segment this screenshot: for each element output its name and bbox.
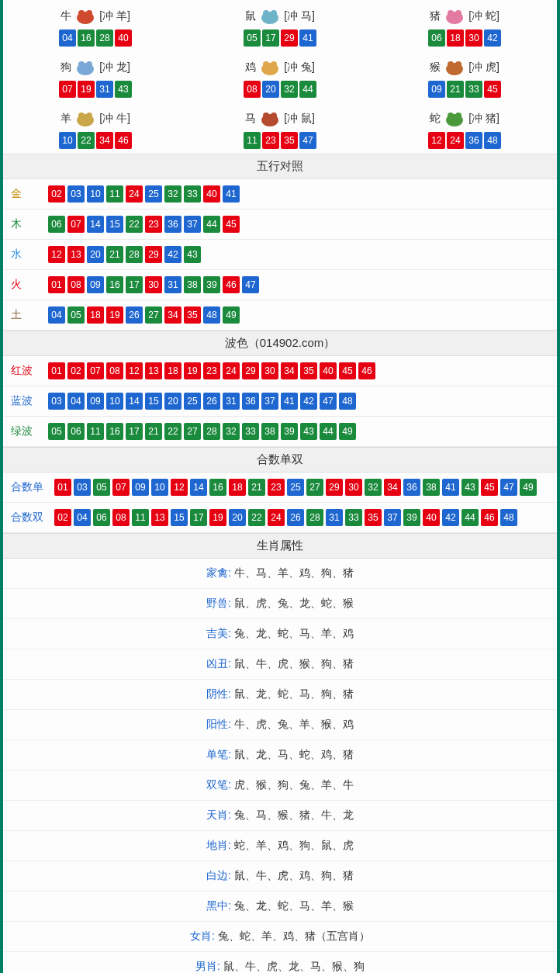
number-ball: 32 — [164, 185, 181, 203]
number-ball: 39 — [203, 276, 220, 293]
attribute-label: 阴性: — [206, 687, 231, 700]
number-ball: 19 — [209, 509, 226, 526]
zodiac-name: 猪 — [430, 9, 441, 23]
number-ball: 08 — [67, 276, 85, 293]
number-ball: 45 — [223, 216, 240, 233]
number-ball: 46 — [358, 362, 375, 379]
zodiac-header: 猴[冲 虎] — [375, 57, 554, 78]
row-label: 水 — [11, 248, 48, 261]
number-ball: 43 — [461, 479, 479, 496]
number-ball: 45 — [481, 479, 498, 496]
number-ball: 31 — [96, 81, 113, 98]
number-ball: 42 — [300, 393, 317, 410]
number-ball: 31 — [326, 509, 343, 526]
number-ball: 23 — [145, 216, 162, 233]
svg-point-10 — [78, 61, 85, 68]
number-ball: 35 — [184, 306, 201, 324]
zodiac-header: 狗[冲 龙] — [6, 57, 185, 78]
number-ball: 47 — [299, 132, 316, 149]
number-ball: 22 — [78, 132, 95, 149]
number-ball: 10 — [151, 479, 168, 496]
number-ball: 28 — [96, 29, 113, 47]
row-balls: 02031011242532334041 — [48, 185, 240, 203]
number-ball: 20 — [229, 509, 246, 526]
zodiac-chong: [冲 龙] — [99, 61, 130, 74]
number-ball: 32 — [365, 479, 382, 496]
svg-point-13 — [263, 61, 269, 68]
attribute-row: 白边:鼠、牛、虎、鸡、狗、猪 — [3, 861, 557, 892]
number-ball: 41 — [223, 185, 240, 203]
row-balls: 0204060811131517192022242628313335373940… — [54, 509, 517, 526]
number-ball: 43 — [115, 81, 132, 98]
number-ball: 06 — [67, 423, 85, 440]
attribute-value: 虎、猴、狗、兔、羊、牛 — [234, 778, 354, 791]
row-label: 木 — [11, 217, 48, 231]
zodiac-cell: 猪[冲 蛇]06183042 — [372, 0, 557, 51]
svg-point-8 — [455, 10, 461, 16]
row-label: 合数双 — [11, 511, 54, 525]
row-label: 合数单 — [11, 480, 54, 494]
zodiac-animal-icon — [258, 109, 282, 129]
number-ball: 18 — [447, 29, 464, 47]
attribute-row: 地肖:蛇、羊、鸡、狗、鼠、虎 — [3, 831, 557, 861]
number-ball: 42 — [442, 509, 459, 526]
attribute-row: 阳性:牛、虎、兔、羊、猴、鸡 — [3, 710, 557, 740]
number-ball: 44 — [320, 423, 337, 440]
row-label: 绿波 — [11, 424, 48, 438]
number-ball: 11 — [87, 423, 104, 440]
row-label: 金 — [11, 187, 48, 201]
svg-point-14 — [271, 61, 277, 68]
number-ball: 15 — [171, 509, 188, 526]
zodiac-chong: [冲 牛] — [99, 112, 130, 126]
number-ball: 47 — [320, 393, 337, 410]
number-ball: 18 — [164, 362, 181, 379]
number-ball: 12 — [428, 132, 445, 149]
attribute-value: 鼠、龙、蛇、马、狗、猪 — [234, 687, 354, 700]
attribute-row: 凶丑:鼠、牛、虎、猴、狗、猪 — [3, 649, 557, 680]
svg-point-4 — [263, 10, 269, 16]
number-ball: 19 — [106, 306, 123, 324]
number-ball: 15 — [145, 393, 162, 410]
number-ball: 10 — [59, 132, 76, 149]
zodiac-header: 鸡[冲 兔] — [191, 57, 369, 78]
number-ball: 32 — [281, 81, 298, 98]
number-ball: 25 — [145, 185, 162, 203]
number-ball: 21 — [248, 479, 265, 496]
row-label: 土 — [11, 308, 48, 322]
number-ball: 23 — [203, 362, 220, 379]
number-ball: 41 — [281, 393, 298, 410]
zodiac-name: 马 — [245, 112, 256, 126]
table-row: 水1213202128294243 — [3, 240, 557, 270]
zodiac-chong: [冲 虎] — [468, 61, 500, 74]
row-balls: 1213202128294243 — [48, 246, 201, 263]
attribute-label: 黑中: — [206, 899, 231, 912]
section-header-bose: 波色（014902.com） — [3, 331, 557, 356]
number-ball: 11 — [106, 185, 123, 203]
number-ball: 41 — [442, 479, 459, 496]
number-ball: 04 — [74, 509, 91, 526]
shuxing-table: 家禽:牛、马、羊、鸡、狗、猪野兽:鼠、虎、兔、龙、蛇、猴吉美:兔、龙、蛇、马、羊… — [3, 559, 557, 973]
zodiac-cell: 鼠[冲 马]05172941 — [188, 0, 372, 51]
number-ball: 21 — [145, 423, 162, 440]
zodiac-header: 鼠[冲 马] — [191, 6, 369, 26]
zodiac-header: 牛[冲 羊] — [6, 6, 185, 26]
zodiac-header: 蛇[冲 猪] — [375, 109, 554, 129]
zodiac-chong: [冲 蛇] — [468, 9, 500, 23]
zodiac-cell: 马[冲 鼠]11233547 — [188, 102, 372, 154]
zodiac-grid: 牛[冲 羊]04162840鼠[冲 马]05172941猪[冲 蛇]061830… — [3, 0, 557, 154]
number-ball: 48 — [484, 132, 501, 149]
number-ball: 21 — [447, 81, 464, 98]
number-ball: 24 — [447, 132, 464, 149]
table-row: 木06071415222336374445 — [3, 209, 557, 240]
number-ball: 35 — [300, 362, 317, 379]
number-ball: 31 — [164, 276, 181, 293]
number-ball: 36 — [403, 479, 420, 496]
number-ball: 20 — [87, 246, 104, 263]
attribute-value: 鼠、虎、兔、龙、蛇、猴 — [234, 597, 354, 609]
zodiac-name: 牛 — [60, 9, 71, 23]
zodiac-animal-icon — [442, 109, 467, 129]
zodiac-balls: 07193143 — [6, 81, 185, 98]
number-ball: 33 — [345, 509, 362, 526]
number-ball: 30 — [261, 362, 278, 379]
attribute-row: 双笔:虎、猴、狗、兔、羊、牛 — [3, 770, 557, 801]
